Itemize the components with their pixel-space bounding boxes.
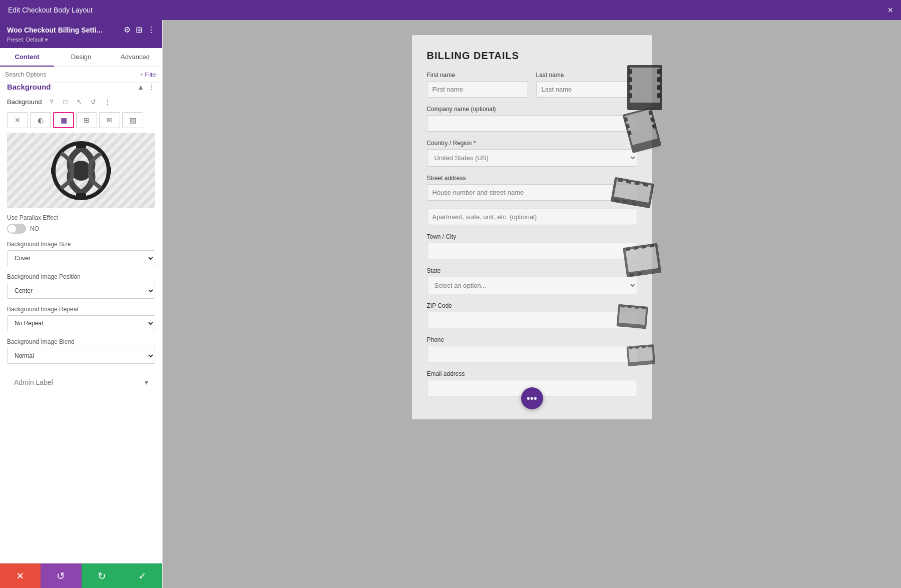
- preset-label[interactable]: Preset: Default ▾: [7, 37, 155, 43]
- bg-size-select[interactable]: Cover Contain Auto: [7, 250, 155, 266]
- bg-type-image[interactable]: ⊞: [76, 112, 97, 128]
- street-label: Street address: [427, 175, 637, 182]
- billing-title: BILLING DETAILS: [427, 50, 637, 62]
- admin-label-text: Admin Label: [14, 378, 53, 386]
- email-label: Email address: [427, 370, 637, 377]
- bg-repeat-row: Background Image Repeat No Repeat Repeat…: [7, 306, 155, 331]
- first-name-group: First name: [427, 72, 528, 98]
- apt-input[interactable]: [427, 209, 637, 225]
- svg-rect-32: [631, 201, 636, 206]
- parallax-toggle-label: NO: [30, 225, 39, 232]
- svg-rect-23: [652, 124, 656, 129]
- bg-blend-select[interactable]: Normal Multiply Screen Overlay: [7, 348, 155, 364]
- tab-content[interactable]: Content: [0, 48, 54, 67]
- bg-blend-label: Background Image Blend: [7, 338, 155, 345]
- last-name-group: Last name: [536, 72, 637, 98]
- search-input[interactable]: [5, 71, 137, 78]
- svg-rect-2: [76, 144, 86, 148]
- city-input[interactable]: [427, 243, 637, 259]
- svg-rect-22: [650, 117, 654, 122]
- admin-arrow-icon: ▾: [145, 378, 148, 386]
- bg-repeat-select[interactable]: No Repeat Repeat Repeat X Repeat Y: [7, 315, 155, 331]
- svg-rect-5: [107, 167, 111, 174]
- first-name-label: First name: [427, 72, 528, 79]
- bg-position-row: Background Image Position Center Top Bot…: [7, 273, 155, 299]
- bg-type-video[interactable]: ✉: [99, 112, 120, 128]
- svg-rect-51: [642, 345, 645, 348]
- mobile-icon-btn[interactable]: □: [60, 96, 71, 107]
- background-label: Background: [7, 98, 42, 106]
- sidebar-tabs: Content Design Advanced: [0, 48, 162, 67]
- bg-type-none[interactable]: ✕: [7, 112, 28, 128]
- sidebar-header-icons: ⚙ ⊞ ⋮: [124, 25, 155, 35]
- zip-group: ZIP Code: [427, 302, 637, 328]
- zip-label: ZIP Code: [427, 302, 637, 309]
- sidebar-header: Woo Checkout Billing Setti... ⚙ ⊞ ⋮ Pres…: [0, 20, 162, 48]
- parallax-toggle-row: NO: [7, 224, 155, 234]
- city-label: Town / City: [427, 233, 637, 240]
- cancel-button[interactable]: ✕: [0, 563, 41, 588]
- tab-advanced[interactable]: Advanced: [108, 48, 162, 67]
- parallax-label: Use Parallax Effect: [7, 214, 155, 221]
- background-controls-row: Background ? □ ↖ ↺ ⋮: [7, 96, 155, 107]
- section-collapse-icons: ▲ ⋮: [137, 83, 155, 91]
- main-layout: Woo Checkout Billing Setti... ⚙ ⊞ ⋮ Pres…: [0, 20, 901, 588]
- svg-rect-14: [657, 85, 661, 90]
- sidebar: Woo Checkout Billing Setti... ⚙ ⊞ ⋮ Pres…: [0, 20, 163, 588]
- zip-input[interactable]: [427, 312, 637, 328]
- last-name-input[interactable]: [536, 81, 637, 98]
- fab-button[interactable]: •••: [521, 387, 543, 409]
- street-input[interactable]: [427, 184, 637, 201]
- undo-button[interactable]: ↺: [41, 563, 81, 588]
- sidebar-title: Woo Checkout Billing Setti...: [7, 26, 102, 34]
- bg-type-pattern[interactable]: ▨: [122, 112, 143, 128]
- filter-button[interactable]: + Filter: [140, 72, 157, 78]
- svg-rect-3: [76, 193, 86, 197]
- settings-icon[interactable]: ⚙: [124, 25, 131, 35]
- phone-input[interactable]: [427, 346, 637, 362]
- country-select[interactable]: United States (US): [427, 149, 637, 167]
- company-input[interactable]: [427, 115, 637, 132]
- billing-card: BILLING DETAILS First name Last name Com…: [412, 35, 652, 419]
- state-group: State Select an option...: [427, 267, 637, 294]
- more-icon[interactable]: ⋮: [147, 25, 155, 35]
- street-group: Street address: [427, 175, 637, 201]
- save-button[interactable]: ✓: [122, 563, 163, 588]
- close-button[interactable]: ×: [887, 5, 893, 16]
- svg-rect-13: [657, 77, 661, 82]
- first-name-input[interactable]: [427, 81, 528, 98]
- section-more-icon[interactable]: ⋮: [148, 83, 155, 91]
- parallax-row: Use Parallax Effect NO: [7, 214, 155, 234]
- redo-button[interactable]: ↻: [82, 563, 122, 588]
- toggle-knob: [8, 225, 16, 233]
- svg-rect-4: [51, 167, 55, 174]
- bg-position-label: Background Image Position: [7, 273, 155, 280]
- top-bar-title: Edit Checkout Body Layout: [8, 6, 93, 14]
- top-bar: Edit Checkout Body Layout ×: [0, 0, 901, 20]
- section-title: Background: [7, 83, 51, 91]
- company-label: Company name (optional): [427, 106, 637, 113]
- admin-label-section[interactable]: Admin Label ▾: [7, 371, 155, 393]
- columns-icon[interactable]: ⊞: [136, 25, 142, 35]
- help-icon-btn[interactable]: ?: [46, 96, 57, 107]
- more-icon-btn[interactable]: ⋮: [102, 96, 113, 107]
- bg-position-select[interactable]: Center Top Bottom Left Right: [7, 283, 155, 299]
- svg-rect-15: [657, 93, 661, 98]
- tab-design[interactable]: Design: [54, 48, 108, 67]
- svg-rect-37: [641, 245, 646, 249]
- bg-type-color[interactable]: ◐: [30, 112, 51, 128]
- country-label: Country / Region *: [427, 140, 637, 147]
- state-label: State: [427, 267, 637, 274]
- cursor-icon-btn[interactable]: ↖: [74, 96, 85, 107]
- collapse-icon[interactable]: ▲: [137, 83, 144, 91]
- reset-icon-btn[interactable]: ↺: [88, 96, 99, 107]
- apt-group: [427, 209, 637, 225]
- bg-size-label: Background Image Size: [7, 241, 155, 248]
- state-select[interactable]: Select an option...: [427, 277, 637, 294]
- sidebar-content: Background ▲ ⋮ Background ? □ ↖ ↺ ⋮: [0, 83, 162, 563]
- image-preview-inner: [7, 133, 155, 208]
- parallax-toggle[interactable]: [7, 224, 26, 234]
- last-name-label: Last name: [536, 72, 637, 79]
- image-preview[interactable]: [7, 133, 155, 208]
- bg-type-gradient[interactable]: ▦: [53, 112, 74, 128]
